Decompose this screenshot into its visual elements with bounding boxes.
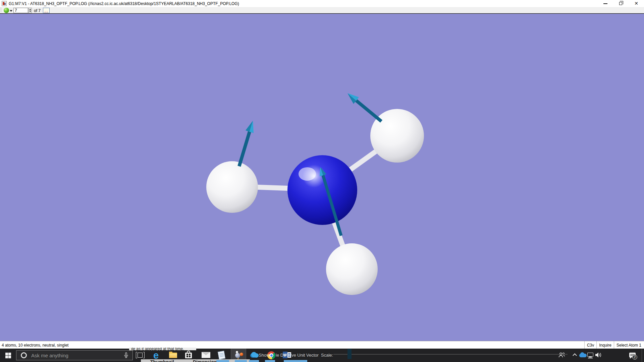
notes-icon[interactable] (217, 351, 227, 360)
vibration-toolbar: 7 of 7 ↓↓ (0, 7, 644, 13)
point-group-indicator: C3v (584, 341, 596, 349)
frame-number-input[interactable]: 7 (13, 8, 28, 13)
notification-badge: 7 (632, 355, 637, 360)
cortana-search-box[interactable] (16, 350, 133, 360)
minimize-icon (603, 3, 607, 4)
microphone-icon[interactable] (123, 352, 129, 358)
displacement-vector-h1 (239, 121, 254, 166)
ghost-label-unit-vector: ve Unit Vector (291, 353, 319, 358)
search-input[interactable] (31, 351, 115, 360)
selection-indicator: Select Atom 1 (614, 341, 644, 349)
nitrogen-atom[interactable] (287, 155, 357, 225)
frame-count-label: of 7 (34, 8, 41, 13)
hydrogen-atom-3[interactable] (326, 243, 378, 295)
selection-fragment (235, 360, 247, 362)
clipped-columns-fragment: Thumbnail Dimensions (141, 359, 250, 362)
windows-logo-icon (5, 353, 11, 358)
status-bar: 4 atoms, 10 electrons, neutral, singlet … (0, 341, 644, 349)
show-desktop-button[interactable] (642, 349, 642, 362)
selection-fragment (249, 360, 259, 362)
green-atom-sphere-icon[interactable] (4, 8, 9, 13)
molecule-viewport[interactable] (0, 14, 644, 341)
dimensions-column-fragment: Dimensions (193, 359, 219, 362)
people-icon[interactable] (558, 352, 566, 359)
selection-fragment (284, 360, 307, 362)
scale-slider-track[interactable] (333, 354, 568, 355)
restore-icon (619, 2, 622, 5)
close-button[interactable]: ✕ (629, 0, 644, 7)
store-icon[interactable] (184, 351, 194, 360)
nh3-molecule (0, 14, 644, 341)
ghost-label-dipole: le De (276, 353, 286, 358)
specular-highlight (299, 167, 316, 181)
hidden-icons-chevron-icon[interactable] (571, 352, 578, 359)
volume-icon[interactable] (595, 352, 602, 359)
gaussview-document-icon (2, 1, 7, 6)
network-icon[interactable] (587, 352, 594, 359)
window-title: G1:M7:V1 - AT6318_NH3_OPTF_POP.LOG (//ic… (9, 1, 239, 6)
vibration-dialog-icon: ↓↓ (44, 10, 48, 13)
status-panes: C3v Inquire Select Atom 1 (584, 341, 644, 349)
task-view-icon (136, 352, 137, 358)
ghost-label-show: Show (259, 353, 270, 358)
chevron-down-icon[interactable] (10, 10, 12, 12)
file-explorer-icon[interactable] (169, 351, 178, 360)
tooltip-fragment: ile as it appeared at that time. (129, 348, 196, 350)
mail-icon[interactable] (201, 351, 211, 360)
minimize-button[interactable] (598, 0, 613, 7)
mouse-mode-indicator: Inquire (596, 341, 614, 349)
onedrive-icon[interactable] (579, 352, 587, 359)
selection-fragment (265, 360, 275, 362)
scale-label: Scale: (321, 353, 333, 358)
thumbnail-column-fragment: Thumbnail (150, 359, 174, 362)
scale-slider-handle[interactable] (347, 349, 352, 359)
edge-icon[interactable]: e (153, 351, 163, 360)
action-center-icon[interactable]: 7 (629, 352, 638, 359)
selection-fragment (216, 360, 229, 362)
restore-button[interactable] (613, 0, 629, 7)
gaussview-icon[interactable] (234, 351, 243, 360)
start-button[interactable] (3, 351, 16, 359)
gaussview-window: G1:M7:V1 - AT6318_NH3_OPTF_POP.LOG (//ic… (0, 0, 644, 362)
task-view-button[interactable] (136, 352, 145, 359)
molecule-summary: 4 atoms, 10 electrons, neutral, singlet (2, 343, 68, 348)
vibration-dialog-button[interactable]: ↓↓ (43, 8, 50, 13)
cortana-icon (21, 352, 27, 358)
weather-cloud-icon[interactable] (250, 351, 260, 360)
displacement-vector-h2 (347, 93, 381, 121)
title-bar: G1:M7:V1 - AT6318_NH3_OPTF_POP.LOG (//ic… (0, 0, 644, 7)
toolbar-grip-handle[interactable] (1, 8, 3, 13)
hydrogen-atom-1[interactable] (206, 161, 258, 213)
frame-spinner-buttons[interactable] (28, 8, 32, 13)
close-icon: ✕ (629, 0, 644, 7)
